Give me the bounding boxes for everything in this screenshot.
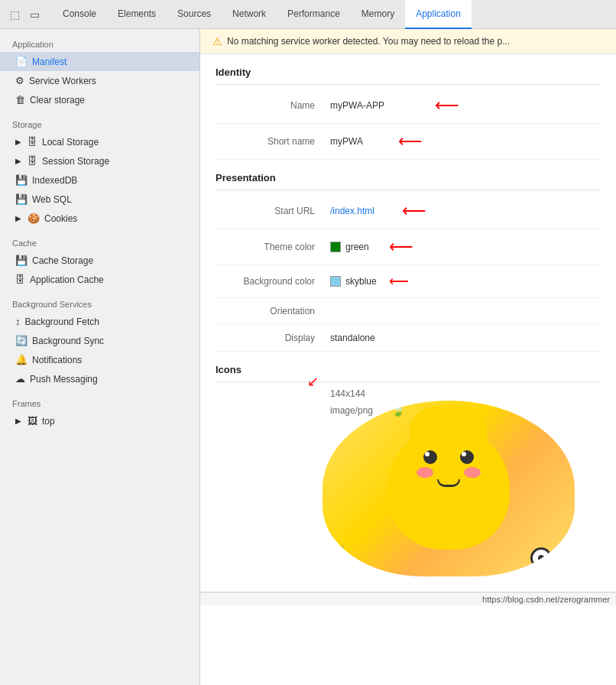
background-color-value: skyblue ⟵ — [330, 273, 409, 290]
clear-storage-icon: 🗑 — [15, 94, 25, 106]
main-layout: Application 📄 Manifest ⚙ Service Workers… — [0, 29, 616, 685]
name-label: Name — [216, 100, 330, 111]
frame-icon: 🖼 — [28, 415, 37, 427]
start-url-row: Start URL /index.html ⟵ — [216, 193, 601, 229]
background-color-swatch — [330, 276, 341, 287]
display-row: Display standalone — [216, 325, 601, 352]
sidebar-item-indexeddb[interactable]: 💾 IndexedDB — [0, 170, 199, 190]
warning-bar: ⚠ No matching service worker detected. Y… — [200, 29, 616, 54]
inspect-icon[interactable]: ⬚ — [6, 6, 23, 23]
start-url-link[interactable]: /index.html — [330, 206, 374, 216]
arrow-theme-color: ⟵ — [389, 237, 413, 257]
device-icon[interactable]: ▭ — [26, 6, 43, 23]
indexeddb-icon: 💾 — [15, 174, 28, 186]
sidebar-item-notifications[interactable]: 🔔 Notifications — [0, 350, 199, 369]
display-value: standalone — [330, 333, 375, 343]
background-fetch-icon: ↕ — [15, 316, 21, 327]
sidebar-item-cookies[interactable]: ▶ 🍪 Cookies — [0, 209, 199, 228]
arrow-background-color: ⟵ — [389, 273, 409, 290]
status-url: https://blog.csdn.net/zerogrammer — [482, 595, 610, 604]
manifest-content: Identity Name myPWA-APP ⟵ Short name myP… — [200, 54, 616, 592]
name-value: myPWA-APP ⟵ — [330, 96, 459, 115]
websql-icon: 💾 — [15, 193, 28, 205]
sidebar-item-websql[interactable]: 💾 Web SQL — [0, 190, 199, 209]
theme-color-label: Theme color — [216, 242, 330, 252]
tab-console[interactable]: Console — [52, 0, 107, 29]
warning-icon: ⚠ — [212, 35, 222, 47]
orientation-label: Orientation — [216, 306, 330, 317]
pikachu-image: ⚡ ⚡ 🍃 ↘ ↙ — [323, 401, 575, 576]
identity-section-title: Identity — [216, 54, 601, 85]
sidebar-item-application-cache[interactable]: 🗄 Application Cache — [0, 270, 199, 289]
expand-arrow-session-storage: ▶ — [15, 157, 21, 165]
sidebar-section-frames: Frames — [0, 388, 199, 411]
theme-color-swatch — [330, 242, 341, 252]
arrow-icon-type: ↙ — [307, 373, 319, 390]
presentation-section-title: Presentation — [216, 160, 601, 190]
sidebar-section-application: Application — [0, 29, 199, 52]
name-row: Name myPWA-APP ⟵ — [216, 88, 601, 124]
sidebar-item-background-sync[interactable]: 🔄 Background Sync — [0, 331, 199, 350]
tab-bar: ⬚ ▭ Console Elements Sources Network Per… — [0, 0, 616, 29]
sidebar-item-local-storage[interactable]: ▶ 🗄 Local Storage — [0, 132, 199, 151]
status-bar: https://blog.csdn.net/zerogrammer — [200, 592, 616, 605]
cache-storage-icon: 💾 — [15, 255, 28, 266]
tab-memory[interactable]: Memory — [351, 0, 405, 29]
sidebar-section-background-services: Background Services — [0, 289, 199, 312]
sidebar-section-cache: Cache — [0, 228, 199, 251]
sidebar-item-cache-storage[interactable]: 💾 Cache Storage — [0, 251, 199, 270]
display-label: Display — [216, 333, 330, 343]
expand-arrow-local-storage: ▶ — [15, 138, 21, 146]
theme-color-row: Theme color green ⟵ — [216, 229, 601, 265]
sidebar-item-session-storage[interactable]: ▶ 🗄 Session Storage — [0, 151, 199, 170]
toolbar-icons: ⬚ ▭ — [3, 6, 46, 23]
orientation-row: Orientation — [216, 298, 601, 325]
arrow-short-name: ⟵ — [398, 131, 423, 151]
sidebar-item-top-frame[interactable]: ▶ 🖼 top — [0, 411, 199, 430]
expand-arrow-top: ▶ — [15, 417, 21, 425]
application-cache-icon: 🗄 — [15, 274, 25, 285]
short-name-row: Short name myPWA ⟵ — [216, 124, 601, 160]
icons-section: 144x144 image/png ↙ — [216, 388, 601, 576]
tab-application[interactable]: Application — [405, 0, 472, 29]
start-url-value: /index.html ⟵ — [330, 201, 426, 221]
icons-section-title: Icons — [216, 352, 601, 382]
background-sync-icon: 🔄 — [15, 335, 28, 346]
tab-performance[interactable]: Performance — [277, 0, 351, 29]
manifest-icon: 📄 — [15, 56, 28, 67]
lightning-bolt-1: ⚡ — [539, 408, 559, 428]
local-storage-icon: 🗄 — [28, 136, 37, 148]
tab-elements[interactable]: Elements — [107, 0, 167, 29]
arrow-name: ⟵ — [435, 96, 459, 115]
icon-size: 144x144 — [330, 388, 601, 399]
sidebar-section-storage: Storage — [0, 109, 199, 132]
theme-color-value: green ⟵ — [330, 237, 413, 257]
cookies-icon: 🍪 — [28, 213, 40, 224]
background-color-row: Background color skyblue ⟵ — [216, 265, 601, 298]
sidebar: Application 📄 Manifest ⚙ Service Workers… — [0, 29, 200, 685]
background-color-label: Background color — [216, 276, 330, 287]
notifications-icon: 🔔 — [15, 354, 28, 365]
service-workers-icon: ⚙ — [15, 75, 24, 86]
push-messaging-icon: ☁ — [15, 373, 25, 385]
sidebar-item-push-messaging[interactable]: ☁ Push Messaging — [0, 369, 199, 388]
sidebar-item-service-workers[interactable]: ⚙ Service Workers — [0, 71, 199, 90]
session-storage-icon: 🗄 — [28, 155, 37, 167]
content-area: ⚠ No matching service worker detected. Y… — [200, 29, 616, 685]
arrow-start-url: ⟵ — [402, 201, 426, 221]
short-name-label: Short name — [216, 136, 330, 147]
leaf-icon: 🍃 — [391, 404, 404, 417]
start-url-label: Start URL — [216, 206, 330, 216]
sidebar-item-background-fetch[interactable]: ↕ Background Fetch — [0, 312, 199, 331]
expand-arrow-cookies: ▶ — [15, 214, 21, 222]
tab-sources[interactable]: Sources — [167, 0, 222, 29]
warning-text: No matching service worker detected. You… — [227, 36, 510, 47]
short-name-value: myPWA ⟵ — [330, 131, 423, 151]
tab-network[interactable]: Network — [222, 0, 277, 29]
sidebar-item-manifest[interactable]: 📄 Manifest — [0, 52, 199, 71]
lightning-bolt-2: ⚡ — [330, 544, 347, 561]
sidebar-item-clear-storage[interactable]: 🗑 Clear storage — [0, 90, 199, 109]
